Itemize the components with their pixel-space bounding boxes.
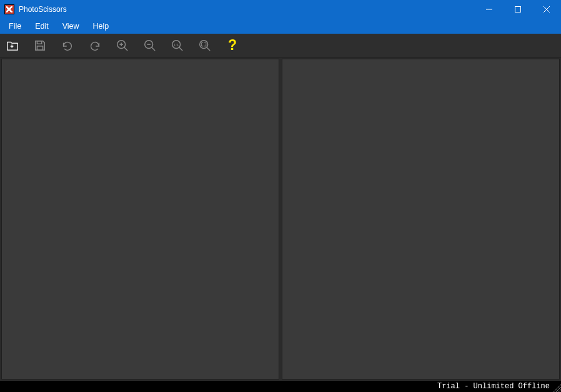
minimize-icon [486,6,492,12]
close-icon [544,6,550,12]
app-icon [4,4,14,14]
save-button[interactable] [31,36,49,55]
zoom-fit-button[interactable] [196,36,214,55]
svg-point-16 [200,40,208,48]
redo-button[interactable] [86,36,104,55]
titlebar: PhotoScissors [0,0,561,19]
open-button[interactable] [3,36,22,55]
close-button[interactable] [532,0,561,19]
resize-grip-icon [551,382,561,392]
maximize-button[interactable] [504,0,532,19]
statusbar: Trial - Unlimited Offline [0,381,561,392]
result-panel[interactable] [282,59,560,380]
source-panel[interactable] [1,59,279,380]
menu-help[interactable]: Help [86,20,116,32]
save-icon [33,39,47,52]
redo-icon [88,39,102,52]
maximize-icon [515,6,521,12]
svg-rect-4 [37,41,41,44]
svg-line-20 [559,390,561,392]
zoom-fit-icon [198,39,212,52]
svg-line-11 [152,47,156,51]
zoom-in-icon [116,39,129,52]
svg-line-14 [179,47,183,51]
menu-edit[interactable]: Edit [28,20,56,32]
minimize-button[interactable] [475,0,504,19]
zoom-out-icon [143,39,157,52]
svg-line-7 [124,47,128,51]
help-button[interactable]: ? [223,36,242,55]
toolbar: 1:1 ? [0,34,561,57]
zoom-1to1-icon: 1:1 [171,39,184,52]
zoom-actual-button[interactable]: 1:1 [168,36,187,55]
svg-text:1:1: 1:1 [174,42,179,46]
window-title: PhotoScissors [19,5,67,14]
zoom-out-button[interactable] [141,36,159,55]
svg-line-19 [556,387,561,392]
svg-rect-5 [37,46,42,49]
status-text: Trial - Unlimited Offline [437,382,550,391]
resize-grip[interactable] [551,382,561,392]
undo-button[interactable] [58,36,77,55]
open-folder-icon [6,39,19,52]
zoom-in-button[interactable] [113,36,132,55]
svg-line-17 [207,47,211,51]
undo-icon [61,39,74,52]
help-icon: ? [228,37,237,54]
menu-file[interactable]: File [2,20,28,32]
svg-rect-1 [515,7,521,12]
menu-view[interactable]: View [56,20,86,32]
menubar: File Edit View Help [0,19,561,34]
workspace [0,57,561,381]
